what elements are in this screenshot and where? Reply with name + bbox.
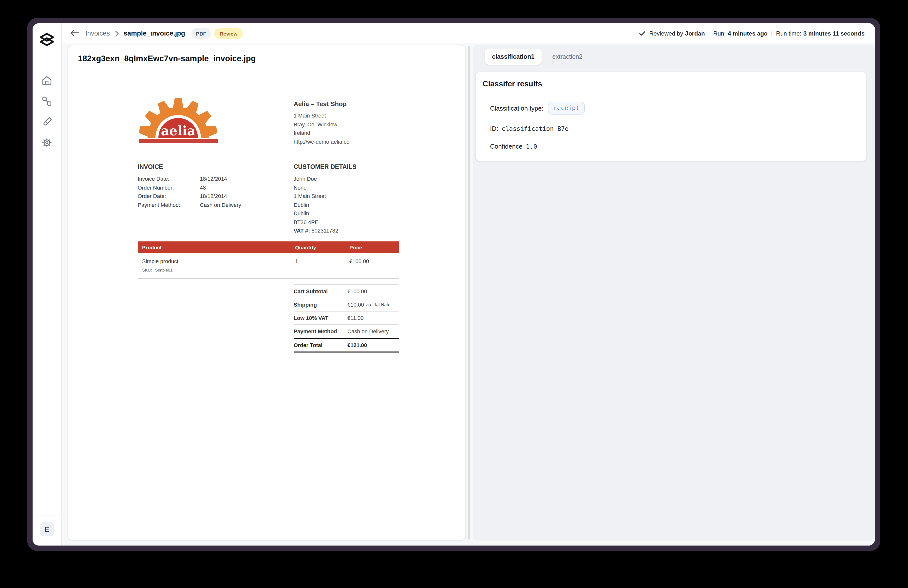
item-product: Simple product — [138, 258, 295, 264]
run-label: Run: — [713, 30, 726, 37]
sidebar-item-home[interactable] — [39, 72, 55, 89]
reviewed-by-label: Reviewed by — [649, 30, 683, 37]
totals-row: Low 10% VAT €11.00 — [294, 311, 399, 325]
desktop-background: E Invoices — [0, 0, 908, 588]
customer-line: Dublin — [294, 201, 357, 209]
sidebar-item-evaluations[interactable] — [39, 114, 55, 131]
field-value: 48 — [200, 184, 206, 192]
classification-type-label: Classification type: — [490, 105, 544, 112]
totals-row-order-total: Order Total €121.00 — [294, 339, 399, 353]
confidence-row: Confidence 1.0 — [490, 143, 858, 150]
invoice-field: Invoice Date: 18/12/2014 — [138, 175, 241, 184]
tab-extraction2[interactable]: extraction2 — [552, 53, 582, 60]
item-sku: SKU: Simple01 — [138, 267, 399, 272]
scrollbar-thumb[interactable] — [468, 46, 470, 540]
customer-line: BT36 4PE — [294, 218, 357, 227]
totals-table: Cart Subtotal €100.00 Shipping €10.00 vi… — [294, 284, 399, 353]
status-separator: | — [768, 30, 776, 37]
shop-details: Aelia – Test Shop 1 Main Street Bray, Co… — [294, 100, 349, 146]
pane-divider[interactable] — [466, 45, 473, 541]
field-label: Order Number: — [138, 184, 200, 192]
shop-address-line: Bray, Co. Wicklow — [294, 120, 349, 129]
content-split: 182xg3exn_8qImxEwc7vn-sample_invoice.jpg — [62, 43, 875, 546]
customer-heading: CUSTOMER DETAILS — [294, 163, 357, 170]
app-window: E Invoices — [27, 18, 881, 551]
invoice-field: Order Number: 48 — [138, 184, 241, 192]
tab-classification1[interactable]: classification1 — [485, 49, 542, 64]
classifier-results-title: Classifer results — [483, 79, 858, 89]
shop-address-line: Ireland — [294, 129, 349, 137]
review-status-badge: Review — [214, 28, 243, 39]
results-panel: classification1 extraction2 Classifer re… — [473, 45, 875, 541]
user-avatar[interactable]: E — [40, 522, 54, 536]
total-label: Cart Subtotal — [294, 288, 348, 294]
field-label: Payment Method: — [138, 201, 200, 209]
items-table-header: Product Quantity Price — [138, 242, 399, 253]
total-value: €11.00 — [348, 315, 364, 321]
total-label: Payment Method — [294, 328, 348, 334]
pdf-badge: PDF — [192, 28, 211, 39]
home-icon — [42, 75, 52, 87]
invoice-field: Order Date: 18/12/2014 — [138, 192, 241, 201]
classification-type-row: Classification type: receipt — [490, 102, 858, 114]
sidebar-divider — [32, 515, 61, 516]
field-label: Order Date: — [138, 192, 200, 201]
totals-row: Cart Subtotal €100.00 — [294, 284, 399, 298]
total-label: Shipping — [294, 302, 348, 308]
col-price: Price — [349, 244, 399, 250]
breadcrumb-filename: sample_invoice.jpg — [124, 30, 185, 37]
total-value: €10.00 — [348, 302, 364, 308]
test-tube-icon — [42, 116, 52, 129]
vat-line: VAT #: 802311782 — [294, 227, 357, 235]
shop-name: Aelia – Test Shop — [294, 100, 349, 108]
totals-row: Shipping €10.00 via Flat Rate — [294, 298, 399, 311]
classifier-results-card: Classifer results Classification type: r… — [475, 72, 866, 161]
breadcrumb-invoices-link[interactable]: Invoices — [85, 30, 110, 37]
total-value: €121.00 — [348, 342, 367, 348]
sidebar-item-workflows[interactable] — [39, 93, 55, 110]
col-quantity: Quantity — [295, 244, 349, 250]
invoice-heading: INVOICE — [138, 163, 241, 170]
shop-address-line: http://wc-demo.aelia.co — [294, 137, 349, 146]
sidebar-footer: E — [32, 515, 61, 546]
document-title: 182xg3exn_8qImxEwc7vn-sample_invoice.jpg — [78, 54, 256, 63]
table-row: Simple product 1 €100.00 — [138, 253, 399, 264]
app-surface: E Invoices — [32, 23, 875, 546]
status-separator: | — [705, 30, 713, 37]
vat-value: 802311782 — [312, 227, 338, 234]
id-label: ID: — [490, 125, 498, 132]
total-note: via Flat Rate — [365, 302, 390, 307]
total-value: €100.00 — [348, 288, 367, 294]
topbar: Invoices sample_invoice.jpg PDF Review — [62, 23, 875, 43]
invoice-field: Payment Method: Cash on Delivery — [138, 201, 241, 209]
runtime-value: 3 minutes 11 seconds — [803, 30, 865, 37]
total-value: Cash on Delivery — [348, 328, 389, 334]
runtime-label: Run time: — [776, 30, 802, 37]
sidebar: E — [32, 23, 62, 546]
customer-line: Dublin — [294, 209, 357, 218]
back-button[interactable] — [70, 29, 79, 37]
item-price: €100.00 — [349, 258, 399, 264]
item-quantity: 1 — [295, 258, 349, 264]
back-arrow-icon — [70, 29, 79, 37]
classification-id-row: ID: classification_B7e — [490, 125, 858, 132]
total-label: Low 10% VAT — [294, 315, 348, 321]
document-viewer: 182xg3exn_8qImxEwc7vn-sample_invoice.jpg — [68, 45, 466, 541]
chevron-right-icon — [115, 31, 119, 36]
svg-text:aelia: aelia — [161, 123, 195, 138]
items-table: Product Quantity Price Simple product 1 … — [138, 242, 399, 279]
totals-row: Payment Method Cash on Delivery — [294, 325, 399, 339]
id-value: classification_B7e — [502, 125, 568, 132]
main-area: Invoices sample_invoice.jpg PDF Review — [62, 23, 875, 546]
customer-details: CUSTOMER DETAILS John Doe None 1 Main St… — [294, 163, 357, 235]
customer-line: 1 Main Street — [294, 192, 357, 201]
vat-label: VAT #: — [294, 227, 310, 234]
sku-value: Simple01 — [155, 267, 172, 272]
total-label: Order Total — [294, 342, 348, 348]
sidebar-item-settings[interactable] — [39, 135, 55, 151]
workflow-icon — [42, 95, 52, 108]
customer-line: None — [294, 184, 357, 192]
settings-gear-icon — [42, 137, 52, 149]
field-value: Cash on Delivery — [200, 201, 241, 209]
field-value: 18/12/2014 — [200, 175, 227, 184]
